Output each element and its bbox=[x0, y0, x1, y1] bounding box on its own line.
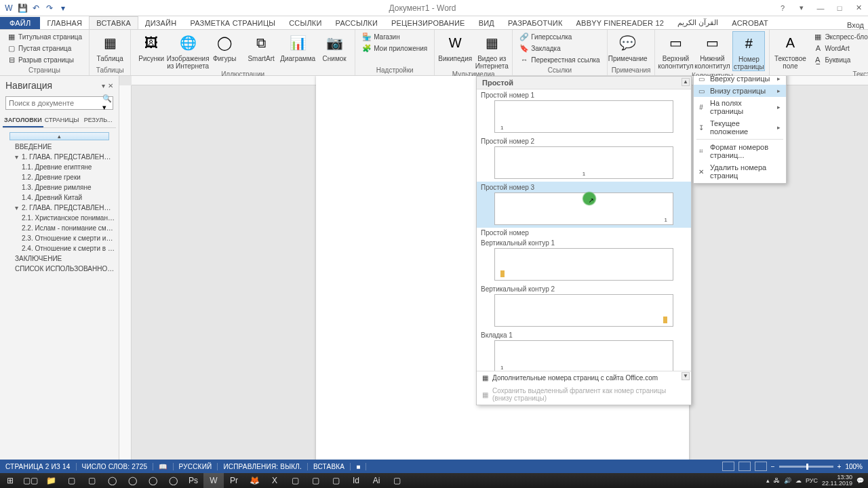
nav-item[interactable]: СПИСОК ИСПОЛЬЗОВАННОЙ ЛИ... bbox=[1, 264, 117, 274]
tab-view[interactable]: ВИД bbox=[472, 17, 501, 29]
ruler-vertical[interactable] bbox=[119, 85, 132, 474]
word-taskbar-icon[interactable]: W bbox=[203, 473, 224, 488]
gallery-item-simple-2[interactable]: Простой номер 2 1 bbox=[477, 136, 691, 182]
start-button[interactable]: ⊞ bbox=[0, 473, 20, 488]
taskbar-app-3[interactable]: ◯ bbox=[122, 473, 142, 488]
screenshot-button[interactable]: 📷Снимок bbox=[318, 31, 351, 62]
dropcap-button[interactable]: A̲Буквица bbox=[810, 54, 868, 65]
nav-collapse-bar[interactable]: ▴ bbox=[9, 132, 109, 140]
nav-item[interactable]: 2.4. Отношение к смерти в совр... bbox=[1, 243, 117, 253]
gallery-item-vertical-2[interactable]: Вертикальный контур 2 bbox=[477, 283, 691, 329]
status-spellcheck[interactable]: 📖 bbox=[153, 463, 173, 470]
table-button[interactable]: ▦ Таблица bbox=[94, 31, 126, 62]
tray-volume-icon[interactable]: 🔊 bbox=[784, 477, 791, 484]
tab-page-layout[interactable]: РАЗМЕТКА СТРАНИЦЫ bbox=[183, 17, 282, 29]
gallery-scroll-up[interactable]: ▲ bbox=[682, 78, 690, 86]
ribbon-display-options[interactable]: ▾ bbox=[792, 1, 811, 15]
nav-item[interactable]: ▾2. ГЛАВА. ПРЕДСТАВЛЕНИЯ О СМ... bbox=[1, 203, 117, 213]
taskbar-app-7[interactable]: ▢ bbox=[305, 473, 326, 488]
smartart-button[interactable]: ⧉SmartArt bbox=[245, 31, 277, 62]
tray-chevron-icon[interactable]: ▴ bbox=[766, 477, 770, 484]
nav-options-icon[interactable]: ▾ bbox=[102, 82, 105, 89]
pn-remove[interactable]: ✕Удалить номера страниц bbox=[694, 161, 786, 182]
nav-tab-headings[interactable]: ЗАГОЛОВКИ bbox=[3, 114, 43, 127]
store-button[interactable]: 🏪Магазин bbox=[359, 31, 430, 42]
blank-page-button[interactable]: ▢Пустая страница bbox=[4, 43, 85, 54]
tab-abbyy[interactable]: ABBYY FineReader 12 bbox=[570, 17, 671, 29]
taskbar-app-8[interactable]: ▢ bbox=[326, 473, 346, 488]
zoom-level[interactable]: 100% bbox=[845, 463, 863, 470]
nav-item[interactable]: 2.1. Христианское понимание с... bbox=[1, 213, 117, 223]
view-web-layout[interactable] bbox=[755, 462, 767, 471]
tab-mailings[interactable]: РАССЫЛКИ bbox=[329, 17, 384, 29]
status-insert-mode[interactable]: ВСТАВКА bbox=[308, 463, 351, 470]
minimize-button[interactable]: — bbox=[811, 1, 830, 15]
quickparts-button[interactable]: ▦Экспресс-блоки bbox=[810, 31, 868, 42]
task-view-button[interactable]: ▢▢ bbox=[20, 473, 41, 488]
shapes-button[interactable]: ◯Фигуры bbox=[208, 31, 241, 62]
crossref-button[interactable]: ↔Перекрестная ссылка bbox=[517, 54, 602, 65]
nav-item[interactable]: 2.3. Отношение к смерти и бесс... bbox=[1, 233, 117, 243]
view-read-mode[interactable] bbox=[722, 462, 734, 471]
help-button[interactable]: ? bbox=[773, 1, 792, 15]
online-video-button[interactable]: ▦Видео из Интернета bbox=[475, 31, 508, 70]
zoom-out-button[interactable]: − bbox=[771, 463, 775, 470]
nav-item[interactable]: 1.4. Древний Китай bbox=[1, 192, 117, 203]
sign-in-link[interactable]: Вход bbox=[847, 21, 868, 29]
zoom-in-button[interactable]: + bbox=[837, 463, 842, 470]
nav-tab-results[interactable]: РЕЗУЛЬ... bbox=[80, 114, 116, 127]
undo-icon[interactable]: ↶ bbox=[30, 2, 42, 14]
nav-item[interactable]: 1.1. Древние египтяне bbox=[1, 162, 117, 172]
file-explorer-icon[interactable]: 📁 bbox=[41, 473, 61, 488]
nav-item[interactable]: ЗАКЛЮЧЕНИЕ bbox=[1, 253, 117, 264]
gallery-item-simple-3[interactable]: Простой номер 3 1 bbox=[477, 182, 691, 228]
tab-acrobat[interactable]: ACROBAT bbox=[725, 17, 775, 29]
header-button[interactable]: ▭Верхний колонтитул bbox=[659, 31, 692, 70]
tray-clock[interactable]: 13:30 22.11.2019 bbox=[822, 474, 852, 487]
pn-page-margins[interactable]: #На полях страницы▸ bbox=[694, 97, 786, 117]
gallery-scroll-down[interactable]: ▼ bbox=[682, 372, 690, 380]
premiere-icon[interactable]: Pr bbox=[224, 473, 244, 488]
illustrator-icon[interactable]: Ai bbox=[366, 473, 387, 488]
status-page[interactable]: СТРАНИЦА 2 ИЗ 14 bbox=[0, 463, 77, 470]
nav-item[interactable]: 1.2. Древние греки bbox=[1, 172, 117, 182]
footer-button[interactable]: ▭Нижний колонтитул bbox=[696, 31, 728, 70]
bookmark-button[interactable]: 🔖Закладка bbox=[517, 43, 602, 54]
hyperlink-button[interactable]: 🔗Гиперссылка bbox=[517, 31, 602, 42]
tab-design[interactable]: ДИЗАЙН bbox=[138, 17, 183, 29]
status-track-changes[interactable]: ИСПРАВЛЕНИЯ: ВЫКЛ. bbox=[218, 463, 308, 470]
gallery-more-office-com[interactable]: ▦ Дополнительные номера страниц с сайта … bbox=[477, 371, 691, 384]
tab-references[interactable]: ССЫЛКИ bbox=[282, 17, 328, 29]
firefox-icon[interactable]: 🦊 bbox=[244, 473, 264, 488]
excel-icon[interactable]: X bbox=[264, 473, 285, 488]
gallery-item-tab-1[interactable]: Вкладка 1 1 bbox=[477, 329, 691, 371]
tab-insert[interactable]: ВСТАВКА bbox=[89, 16, 138, 29]
wordart-button[interactable]: AWordArt bbox=[810, 43, 868, 54]
indesign-icon[interactable]: Id bbox=[346, 473, 366, 488]
tray-action-center-icon[interactable]: 💬 bbox=[856, 477, 864, 484]
photoshop-icon[interactable]: Ps bbox=[183, 473, 203, 488]
save-icon[interactable]: 💾 bbox=[16, 2, 28, 14]
gallery-item-simple-1[interactable]: Простой номер 1 1 bbox=[477, 89, 691, 136]
gallery-item-vertical-1[interactable]: Вертикальный контур 1 bbox=[477, 237, 691, 283]
taskbar-app-6[interactable]: ▢ bbox=[285, 473, 305, 488]
pn-top-of-page[interactable]: ▭Вверху страницы▸ bbox=[694, 76, 786, 85]
taskbar-app-1[interactable]: ▢ bbox=[61, 473, 81, 488]
nav-item[interactable]: ВВЕДЕНИЕ bbox=[1, 142, 117, 152]
nav-search-box[interactable]: 🔍▾ bbox=[5, 96, 113, 110]
status-macro-recording[interactable]: ■ bbox=[351, 463, 366, 470]
tab-review[interactable]: РЕЦЕНЗИРОВАНИЕ bbox=[384, 17, 472, 29]
tab-file[interactable]: ФАЙЛ bbox=[0, 17, 40, 29]
page-break-button[interactable]: ⊟Разрыв страницы bbox=[4, 54, 85, 65]
zoom-slider[interactable] bbox=[779, 466, 833, 468]
taskbar-app-5[interactable]: ◯ bbox=[163, 473, 183, 488]
status-language[interactable]: РУССКИЙ bbox=[174, 463, 218, 470]
tray-network-icon[interactable]: 🖧 bbox=[774, 477, 780, 484]
tray-language[interactable]: РУС bbox=[806, 477, 818, 484]
pictures-button[interactable]: 🖼Рисунки bbox=[135, 31, 167, 62]
tab-developer[interactable]: РАЗРАБОТЧИК bbox=[501, 17, 570, 29]
search-icon[interactable]: 🔍▾ bbox=[102, 94, 112, 112]
taskbar-app-2[interactable]: ▢ bbox=[81, 473, 102, 488]
online-pictures-button[interactable]: 🌐Изображения из Интернета bbox=[172, 31, 204, 70]
textbox-button[interactable]: AТекстовое поле bbox=[774, 31, 806, 70]
